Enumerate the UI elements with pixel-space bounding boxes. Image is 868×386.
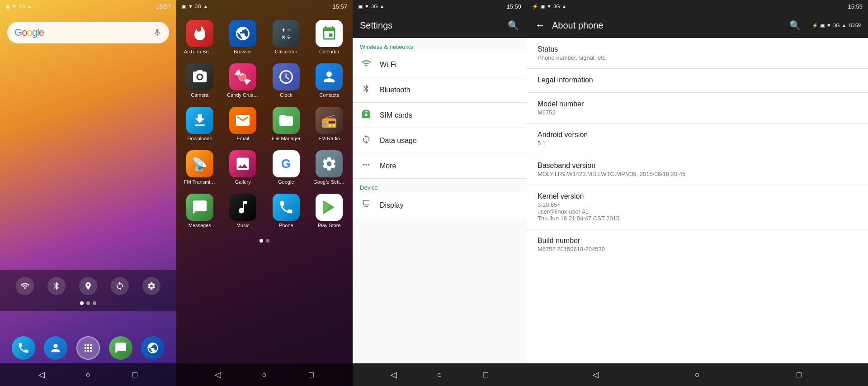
app-antutu[interactable]: AnTuTu Bench.. [178, 16, 222, 60]
settings-recents-button[interactable]: □ [479, 368, 492, 381]
about-right-time: 15:59 [848, 23, 861, 28]
about-baseband-item[interactable]: Baseband version MOLY.LR9.W1423.MD.LWTG.… [527, 154, 868, 185]
app-grid: AnTuTu Bench.. Browser + − × ÷ Calculato… [176, 13, 353, 237]
dock-messages[interactable] [108, 336, 133, 360]
contacts-label: Contacts [320, 92, 339, 98]
settings-screen: ▣ ▼ 3G ▲ 15:59 Settings 🔍 Wireless & net… [353, 0, 527, 386]
app-email[interactable]: Email [222, 103, 265, 147]
camera-label: Camera [191, 92, 208, 98]
display-setting-icon [360, 199, 373, 211]
home-status-left-icons: ▣ ▼ 3G ▲ [5, 4, 32, 10]
about-status-bar: ⚡ ▣ ▼ 3G ▲ 15:59 [527, 0, 868, 13]
about-recents-button[interactable]: □ [793, 368, 806, 381]
messages-label: Messages [189, 223, 211, 228]
wifi-status-icon: ▼ [12, 4, 17, 9]
about-build-item[interactable]: Build number M6752 20150618-204530 [527, 229, 868, 260]
about-title: About phone [552, 20, 783, 31]
about-model-item[interactable]: Model number M6752 [527, 93, 868, 124]
bluetooth-setting-item[interactable]: Bluetooth [353, 77, 527, 103]
settings-toggle[interactable] [142, 277, 160, 295]
home-screen: ▣ ▼ 3G ▲ 15:57 Google [0, 0, 176, 386]
datausage-setting-icon [360, 134, 373, 147]
drawer-home-button[interactable]: ○ [258, 368, 271, 381]
quick-toggles-bar [0, 273, 176, 299]
dock-phone[interactable] [11, 336, 36, 360]
gallery-icon [229, 150, 256, 177]
about-back-button[interactable]: ◁ [589, 368, 603, 381]
downloads-icon [186, 107, 213, 134]
about-toolbar: ← About phone 🔍 ⚡ ▣ ▼ 3G ▲ 15:59 [527, 13, 868, 38]
back-button[interactable]: ◁ [35, 368, 48, 381]
about-time: 15:59 [848, 3, 863, 10]
app-messages[interactable]: Messages [178, 190, 222, 234]
app-calculator[interactable]: + − × ÷ Calculator [264, 16, 308, 60]
home-button[interactable]: ○ [81, 368, 95, 381]
downloads-label: Downloads [188, 136, 212, 141]
wifi-setting-item[interactable]: Wi-Fi [353, 52, 527, 77]
about-status-item[interactable]: Status Phone number, signal, etc. [527, 38, 868, 69]
about-kernel-item[interactable]: Kernel version 3.10.65+ user@linux-user … [527, 185, 868, 229]
display-setting-item[interactable]: Display [353, 193, 527, 218]
simcards-setting-item[interactable]: SIM cards [353, 103, 527, 128]
settings-search-icon[interactable]: 🔍 [507, 20, 519, 31]
dock-internet[interactable] [140, 336, 165, 360]
fmradio-label: FM Radio [318, 136, 340, 141]
about-search-icon[interactable]: 🔍 [788, 20, 801, 31]
about-android-item[interactable]: Android version 5.1 [527, 124, 868, 154]
drawer-wifi-icon: ▼ [188, 4, 193, 9]
about-legal-item[interactable]: Legal information [527, 69, 868, 93]
drawer-status-bar: ▣ ▼ 3G ▲ 15:57 [176, 0, 353, 13]
app-clock[interactable]: Clock [264, 60, 308, 103]
datausage-setting-item[interactable]: Data usage [353, 128, 527, 153]
drawer-recents-button[interactable]: □ [304, 368, 318, 381]
fmtransmitter-icon: 📡 [186, 150, 213, 177]
app-playstore[interactable]: Play Store [308, 190, 351, 234]
app-music[interactable]: Music [222, 190, 265, 234]
app-fmtransmitter[interactable]: 📡 FM Transmitter [178, 147, 222, 190]
app-calendar[interactable]: Calendar [308, 16, 351, 60]
sync-toggle[interactable] [111, 277, 129, 295]
wireless-section-header: Wireless & networks [353, 38, 527, 52]
drawer-back-button[interactable]: ◁ [211, 368, 225, 381]
google-search-bar[interactable]: Google [7, 22, 169, 43]
app-fmradio[interactable]: 📻 FM Radio [308, 103, 351, 147]
email-label: Email [236, 136, 249, 141]
voice-search-icon[interactable] [153, 28, 162, 37]
signal-3g-icon: 3G [19, 4, 25, 9]
app-phone[interactable]: Phone [264, 190, 308, 234]
recents-button[interactable]: □ [128, 368, 142, 381]
app-filemanager[interactable]: File Manager [264, 103, 308, 147]
bluetooth-toggle[interactable] [47, 277, 66, 295]
app-gallery[interactable]: Gallery [222, 147, 265, 190]
drawer-dot-2 [266, 239, 269, 243]
drawer-3g-icon: 3G [195, 4, 202, 9]
app-contacts[interactable]: Contacts [308, 60, 351, 103]
settings-time: 15:59 [506, 3, 521, 10]
wifi-toggle[interactable] [16, 277, 34, 295]
about-home-button[interactable]: ○ [691, 368, 704, 381]
google-logo: Google [14, 27, 44, 38]
app-google[interactable]: G Google [264, 147, 308, 190]
app-candy[interactable]: 🍬 Candy Crush S... [222, 60, 265, 103]
about-phone-screen: ⚡ ▣ ▼ 3G ▲ 15:59 ← About phone 🔍 ⚡ ▣ ▼ 3… [527, 0, 868, 386]
google-label: Google [278, 179, 294, 185]
app-downloads[interactable]: Downloads [178, 103, 222, 147]
more-setting-item[interactable]: More [353, 153, 527, 179]
settings-home-button[interactable]: ○ [433, 368, 446, 381]
drawer-dot-1 [259, 239, 263, 243]
settings-sim-icon: ▣ [358, 4, 363, 10]
home-background [0, 0, 176, 386]
about-right-usb-icon: ⚡ [812, 23, 818, 29]
settings-nav-bar: ◁ ○ □ [353, 363, 527, 386]
app-googlesettings[interactable]: Google Settings [308, 147, 351, 190]
app-camera[interactable]: Camera [178, 60, 222, 103]
location-toggle[interactable] [79, 277, 97, 295]
calendar-icon [316, 20, 343, 47]
dock-contacts[interactable] [43, 336, 68, 360]
about-back-icon[interactable]: ← [534, 19, 547, 31]
settings-back-button[interactable]: ◁ [387, 368, 401, 381]
more-setting-label: More [380, 162, 396, 170]
dock-apps[interactable] [75, 336, 101, 360]
home-status-bar: ▣ ▼ 3G ▲ 15:57 [0, 0, 176, 13]
app-browser[interactable]: Browser [222, 16, 265, 60]
